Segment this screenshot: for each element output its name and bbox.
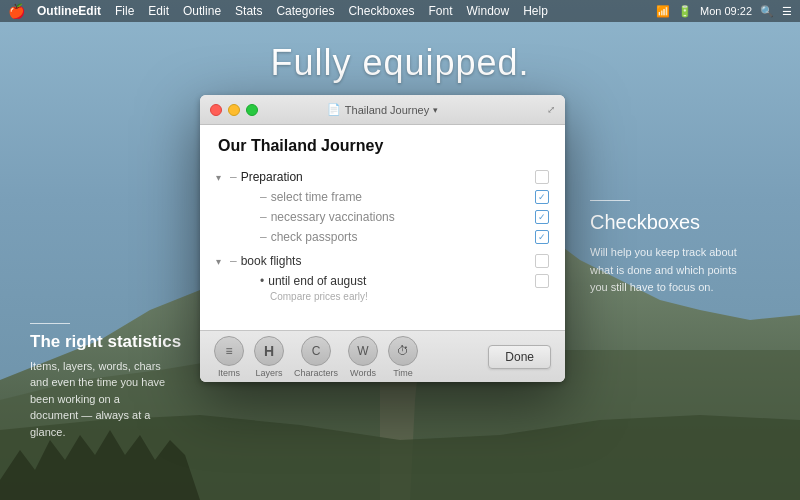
- characters-icon: C: [301, 336, 331, 366]
- timeframe-checkbox[interactable]: ✓: [535, 190, 549, 204]
- wifi-icon: 📶: [656, 5, 670, 18]
- expand-icon[interactable]: ⤢: [547, 104, 555, 115]
- modal-content: Our Thailand Journey ▾ – Preparation – s…: [200, 125, 565, 330]
- preparation-label[interactable]: Preparation: [241, 170, 535, 184]
- timeframe-dash: –: [260, 190, 267, 204]
- vaccinations-text[interactable]: necessary vaccinations: [271, 210, 535, 224]
- clock: Mon 09:22: [700, 5, 752, 17]
- title-chevron-icon: ▾: [433, 105, 438, 115]
- characters-button[interactable]: C Characters: [294, 336, 338, 378]
- words-button[interactable]: W Words: [348, 336, 378, 378]
- august-text[interactable]: until end of august: [268, 274, 535, 288]
- stats-divider: [30, 323, 70, 324]
- words-label: Words: [350, 368, 376, 378]
- menu-window[interactable]: Window: [467, 4, 510, 18]
- items-icon: ≡: [214, 336, 244, 366]
- checkboxes-desc: Will help you keep track about what is d…: [590, 244, 750, 297]
- vaccinations-row: – necessary vaccinations ✓: [216, 207, 549, 227]
- menu-edit[interactable]: Edit: [148, 4, 169, 18]
- checkboxes-title: Checkboxes: [590, 211, 750, 234]
- flights-dash: –: [230, 254, 237, 268]
- menu-categories[interactable]: Categories: [276, 4, 334, 18]
- menu-font[interactable]: Font: [429, 4, 453, 18]
- passports-text[interactable]: check passports: [271, 230, 535, 244]
- checkboxes-section: Checkboxes Will help you keep track abou…: [590, 200, 750, 297]
- doc-icon: 📄: [327, 103, 341, 116]
- passports-row: – check passports ✓: [216, 227, 549, 247]
- layers-label: Layers: [255, 368, 282, 378]
- end-of-august-row: • until end of august: [216, 271, 549, 291]
- done-button[interactable]: Done: [488, 345, 551, 369]
- stats-desc: Items, layers, words, chars and even the…: [30, 358, 170, 441]
- modal-window: 📄 Thailand Journey ▾ ⤢ Our Thailand Jour…: [200, 95, 565, 382]
- preparation-checkbox[interactable]: [535, 170, 549, 184]
- menubar-right: 📶 🔋 Mon 09:22 🔍 ☰: [656, 5, 792, 18]
- words-icon: W: [348, 336, 378, 366]
- layers-button[interactable]: H Layers: [254, 336, 284, 378]
- preparation-dash: –: [230, 170, 237, 184]
- maximize-button[interactable]: [246, 104, 258, 116]
- items-label: Items: [218, 368, 240, 378]
- battery-icon: 🔋: [678, 5, 692, 18]
- time-button[interactable]: ⏱ Time: [388, 336, 418, 378]
- time-label: Time: [393, 368, 413, 378]
- close-button[interactable]: [210, 104, 222, 116]
- flights-label[interactable]: book flights: [241, 254, 535, 268]
- menu-app-name[interactable]: OutlineEdit: [37, 4, 101, 18]
- preparation-header-row: ▾ – Preparation: [216, 167, 549, 187]
- modal-title-text: Thailand Journey: [345, 104, 429, 116]
- layers-icon: H: [254, 336, 284, 366]
- august-checkbox[interactable]: [535, 274, 549, 288]
- search-icon[interactable]: 🔍: [760, 5, 774, 18]
- menu-items: OutlineEdit File Edit Outline Stats Cate…: [37, 4, 656, 18]
- modal-titlebar: 📄 Thailand Journey ▾ ⤢: [200, 95, 565, 125]
- vaccinations-checkbox[interactable]: ✓: [535, 210, 549, 224]
- stats-section: The right statistics Items, layers, word…: [30, 323, 181, 441]
- select-timeframe-row: – select time frame ✓: [216, 187, 549, 207]
- content-spacer: [216, 310, 549, 330]
- modal-footer: ≡ Items H Layers C Characters W Words ⏱ …: [200, 330, 565, 382]
- main-heading: Fully equipped.: [0, 42, 800, 84]
- book-flights-section: ▾ – book flights • until end of august C…: [216, 251, 549, 306]
- passports-dash: –: [260, 230, 267, 244]
- vaccinations-dash: –: [260, 210, 267, 224]
- items-button[interactable]: ≡ Items: [214, 336, 244, 378]
- checkboxes-divider: [590, 200, 630, 201]
- preparation-section: ▾ – Preparation – select time frame ✓ – …: [216, 167, 549, 247]
- menu-outline[interactable]: Outline: [183, 4, 221, 18]
- apple-menu-icon[interactable]: 🍎: [8, 3, 25, 19]
- modal-title: 📄 Thailand Journey ▾: [327, 103, 438, 116]
- august-bullet: •: [260, 274, 264, 288]
- characters-label: Characters: [294, 368, 338, 378]
- traffic-lights: [210, 104, 258, 116]
- menu-checkboxes[interactable]: Checkboxes: [348, 4, 414, 18]
- passports-checkbox[interactable]: ✓: [535, 230, 549, 244]
- time-icon: ⏱: [388, 336, 418, 366]
- document-title: Our Thailand Journey: [216, 137, 549, 155]
- menu-help[interactable]: Help: [523, 4, 548, 18]
- minimize-button[interactable]: [228, 104, 240, 116]
- book-flights-header-row: ▾ – book flights: [216, 251, 549, 271]
- stats-title: The right statistics: [30, 332, 181, 352]
- menu-file[interactable]: File: [115, 4, 134, 18]
- menu-list-icon[interactable]: ☰: [782, 5, 792, 18]
- flights-checkbox[interactable]: [535, 254, 549, 268]
- flights-chevron-icon[interactable]: ▾: [216, 256, 230, 267]
- timeframe-text[interactable]: select time frame: [271, 190, 535, 204]
- menubar: 🍎 OutlineEdit File Edit Outline Stats Ca…: [0, 0, 800, 22]
- compare-prices-note: Compare prices early!: [216, 291, 549, 306]
- preparation-chevron-icon[interactable]: ▾: [216, 172, 230, 183]
- menu-stats[interactable]: Stats: [235, 4, 262, 18]
